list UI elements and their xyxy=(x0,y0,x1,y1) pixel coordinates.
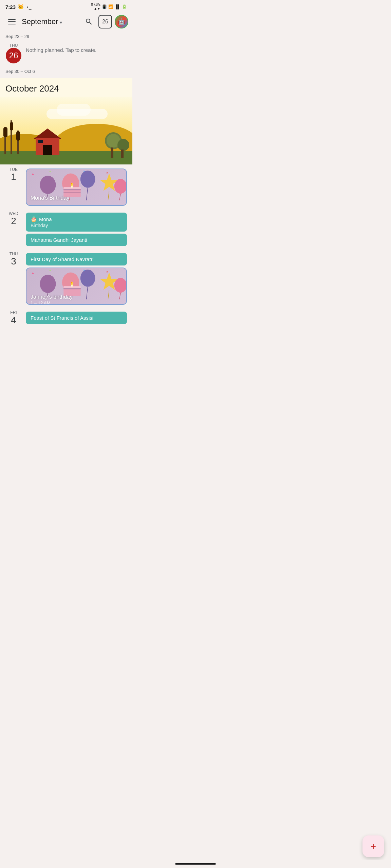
day-name-sep26: Thu xyxy=(5,43,22,48)
menu-button[interactable] xyxy=(5,15,19,28)
day-row-oct2: Wed 2 🎂 Mona Birthday Mahatma Gandhi Jay… xyxy=(0,209,132,249)
mona-birthday-chip[interactable]: 🎂 Mona Birthday xyxy=(26,213,127,232)
october-title: October 2024 xyxy=(0,78,132,97)
cat-icon: 🐱 xyxy=(18,4,24,10)
today-button[interactable]: 26 xyxy=(98,15,112,28)
day-name-oct3: Thu xyxy=(5,252,22,256)
svg-point-29 xyxy=(40,275,56,293)
svg-point-37 xyxy=(114,278,126,293)
janney-birthday-event[interactable]: Janney's birthday 1 – 12 AM xyxy=(26,268,127,305)
svg-rect-41 xyxy=(63,288,80,289)
signal-icon: ▐▌ xyxy=(115,4,120,9)
svg-line-36 xyxy=(108,290,109,300)
navratri-chip[interactable]: First Day of Sharad Navratri xyxy=(26,253,127,265)
day-row-oct3: Thu 3 First Day of Sharad Navratri xyxy=(0,249,132,308)
october-banner: October 2024 xyxy=(0,78,132,164)
svg-rect-25 xyxy=(49,270,51,272)
status-bar: 7:23 🐱 ›_ 0 kB/s▲▼ 📳 📶 ▐▌ 🔋 xyxy=(0,0,132,12)
day-name-oct4: Fri xyxy=(5,310,22,315)
day-row-sep26: Thu 26 Nothing planned. Tap to create. xyxy=(0,40,132,66)
svg-rect-20 xyxy=(63,192,80,193)
status-icons: 0 kB/s▲▼ 📳 📶 ▐▌ 🔋 xyxy=(91,3,127,11)
wifi-icon: 📶 xyxy=(108,4,113,9)
svg-point-15 xyxy=(114,179,126,194)
calendar-scroll: Sep 23 – 29 Thu 26 Nothing planned. Tap … xyxy=(0,31,132,355)
svg-rect-24 xyxy=(32,273,34,274)
svg-rect-4 xyxy=(106,172,108,174)
dropdown-arrow-icon: ▾ xyxy=(60,20,62,25)
day-events-oct1: Mona's Birthday xyxy=(26,167,127,206)
day-name-oct1: Tue xyxy=(5,167,22,172)
day-events-sep26[interactable]: Nothing planned. Tap to create. xyxy=(26,43,127,56)
monas-birthday-label: Mona's Birthday xyxy=(31,195,69,201)
day-row-oct4: Fri 4 Feast of St Francis of Assisi xyxy=(0,308,132,328)
october-illustration xyxy=(0,97,132,164)
app-header: September ▾ 26 🤖 xyxy=(0,12,132,31)
svg-rect-28 xyxy=(106,271,108,273)
day-label-sep26: Thu 26 xyxy=(5,43,22,63)
day-label-oct1: Tue 1 xyxy=(5,167,22,182)
svg-line-16 xyxy=(119,194,120,200)
day-events-oct4: Feast of St Francis of Assisi xyxy=(26,310,127,324)
svg-rect-0 xyxy=(32,174,34,175)
day-name-oct2: Wed xyxy=(5,211,22,216)
day-events-oct2: 🎂 Mona Birthday Mahatma Gandhi Jayanti xyxy=(26,211,127,246)
network-speed: 0 kB/s▲▼ xyxy=(91,3,100,11)
day-num-sep26: 26 xyxy=(6,48,21,63)
svg-point-44 xyxy=(71,282,72,283)
monas-birthday-event[interactable]: Mona's Birthday xyxy=(26,169,127,206)
day-events-oct3: First Day of Sharad Navratri xyxy=(26,252,127,305)
svg-point-11 xyxy=(80,171,95,188)
header-actions: 26 🤖 xyxy=(82,15,128,28)
svg-line-38 xyxy=(119,293,120,299)
day-num-oct2: 2 xyxy=(5,216,22,226)
janney-birthday-time: 1 – 12 AM xyxy=(31,300,51,305)
svg-rect-1 xyxy=(49,171,51,173)
nothing-planned-text[interactable]: Nothing planned. Tap to create. xyxy=(26,44,127,56)
svg-line-14 xyxy=(108,191,109,201)
day-num-oct4: 4 xyxy=(5,315,22,326)
terminal-icon: ›_ xyxy=(26,4,32,9)
day-label-oct4: Fri 4 xyxy=(5,310,22,326)
avatar[interactable]: 🤖 xyxy=(115,15,128,28)
search-button[interactable] xyxy=(82,15,96,28)
svg-line-12 xyxy=(86,188,88,201)
header-title[interactable]: September ▾ xyxy=(22,17,79,26)
cake-icon: 🎂 xyxy=(31,216,37,222)
svg-point-23 xyxy=(71,183,72,184)
svg-point-33 xyxy=(80,270,95,287)
week-range-sep23: Sep 23 – 29 xyxy=(0,31,132,40)
status-time: 7:23 🐱 ›_ xyxy=(5,4,32,10)
day-num-oct1: 1 xyxy=(5,172,22,182)
day-row-oct1: Tue 1 xyxy=(0,164,132,209)
day-label-oct2: Wed 2 xyxy=(5,211,22,226)
search-icon xyxy=(85,18,93,26)
vibrate-icon: 📳 xyxy=(102,4,107,9)
battery-icon: 🔋 xyxy=(122,4,127,9)
gandhi-jayanti-chip[interactable]: Mahatma Gandhi Jayanti xyxy=(26,234,127,246)
janney-birthday-label: Janney's birthday xyxy=(31,294,73,300)
day-num-oct3: 3 xyxy=(5,256,22,267)
week-range-sep30: Sep 30 – Oct 6 xyxy=(0,66,132,75)
svg-point-7 xyxy=(40,176,56,194)
st-francis-chip[interactable]: Feast of St Francis of Assisi xyxy=(26,312,127,324)
day-label-oct3: Thu 3 xyxy=(5,252,22,267)
svg-rect-19 xyxy=(63,189,80,190)
svg-line-34 xyxy=(86,287,88,300)
